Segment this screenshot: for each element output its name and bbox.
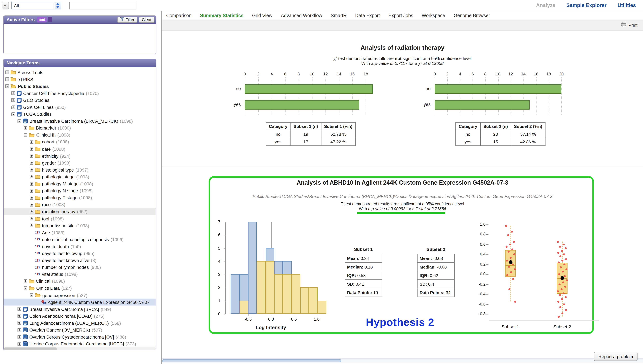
- tree-item-vital-status[interactable]: 123vital status(1098): [4, 271, 156, 278]
- tab-grid-view[interactable]: Grid View: [252, 12, 272, 20]
- tree-item-tcga-studies[interactable]: -TCGA Studies: [4, 111, 156, 118]
- tree-item-uterine-corpus-endometrial-carcinoma-ucec[interactable]: +Uterine Corpus Endometrial Carcinoma [U…: [4, 340, 156, 346]
- tree-expand-icon[interactable]: +: [30, 161, 34, 165]
- tree-expand-icon[interactable]: +: [30, 175, 34, 179]
- tree-item-date-of-initial-pathologic-diagnosis[interactable]: 123date of initial pathologic diagnosis(…: [4, 236, 156, 243]
- tree-item-date[interactable]: +date(1098): [4, 146, 156, 152]
- y-axis-tick-label: 0.4: [471, 252, 486, 256]
- tree-expand-icon[interactable]: +: [30, 224, 34, 228]
- tree-item-tumor-tissue-site[interactable]: +tumor tissue site(1098): [4, 222, 156, 229]
- tree-item-days-to-last-known-alive[interactable]: 123days to last known alive(3): [4, 257, 156, 264]
- tab-comparison[interactable]: Comparison: [166, 12, 192, 20]
- nav-sample-explorer[interactable]: Sample Explorer: [566, 2, 606, 8]
- tree-horizontal-scrollbar[interactable]: [4, 347, 156, 350]
- tree-collapse-icon[interactable]: -: [18, 119, 21, 123]
- tree-item-clinical[interactable]: +Clinical(1098): [4, 278, 156, 285]
- tree-item-ethnicity[interactable]: +ethnicity(924): [4, 152, 156, 159]
- tree-item-agilent-244k-custom-gene-expression-g4502a-07[interactable]: Agilent 244K Custom Gene Expression G450…: [4, 299, 156, 306]
- tree-item-race[interactable]: +race(1003): [4, 201, 156, 208]
- tree-collapse-icon[interactable]: -: [24, 133, 28, 137]
- clear-button[interactable]: Clear: [139, 17, 154, 23]
- nav-analyze[interactable]: Analyze: [536, 2, 555, 8]
- tab-data-export[interactable]: Data Export: [355, 12, 380, 20]
- tree-item-tool[interactable]: +tool(1098): [4, 215, 156, 222]
- tree-item-breast-invasive-carcinoma-brca-merck[interactable]: -Breast Invasive Carcinoma (BRCA_MERCK)(…: [4, 118, 156, 125]
- tree-item-gender[interactable]: +gender(1098): [4, 159, 156, 166]
- tree-item-public-studies[interactable]: -Public Studies: [4, 83, 156, 90]
- tree-item-pathology-n-stage[interactable]: +pathology N stage(1098): [4, 187, 156, 194]
- tree-expand-icon[interactable]: +: [6, 78, 9, 81]
- tree-item-pathology-m-stage[interactable]: +pathology M stage(1098): [4, 180, 156, 187]
- filter-operator-menu-icon[interactable]: [48, 17, 52, 22]
- tree-item-number-of-lymph-nodes[interactable]: 123number of lymph nodes(930): [4, 264, 156, 271]
- tree-expand-icon[interactable]: +: [18, 335, 21, 339]
- tree-item-cancer-cell-line-encyclopedia[interactable]: +Cancer Cell Line Encyclopedia(1070): [4, 90, 156, 97]
- tree-collapse-icon[interactable]: -: [24, 286, 28, 290]
- tree-expand-icon[interactable]: +: [24, 126, 28, 130]
- tree-item-ovarian-cancer-ov-merck[interactable]: +Ovarian Cancer (OV_MERCK)(597): [4, 326, 156, 334]
- tab-genome-browser[interactable]: Genome Browser: [454, 12, 490, 20]
- tab-export-jobs[interactable]: Export Jobs: [388, 12, 413, 20]
- tree-item-breast-invasive-carcinoma-brca[interactable]: +Breast Invasive Carcinoma [BRCA](849): [4, 306, 156, 312]
- tree-expand-icon[interactable]: +: [30, 154, 34, 158]
- tree-item-geo-studies[interactable]: +GEO Studies: [4, 96, 156, 104]
- tree-item-gsk-cell-lines[interactable]: +GSK Cell Lines(950): [4, 104, 156, 111]
- tree-expand-icon[interactable]: +: [18, 321, 21, 325]
- tree-expand-icon[interactable]: +: [12, 92, 15, 95]
- tree-collapse-icon[interactable]: -: [12, 112, 15, 116]
- tree-item-pathology-t-stage[interactable]: +pathology T stage(1098): [4, 194, 156, 201]
- tree-expand-icon[interactable]: +: [30, 168, 34, 172]
- tree-item-ovarian-serous-cystadenocarcinoma-ov[interactable]: +Ovarian Serous Cystadenocarcinoma [OV](…: [4, 333, 156, 340]
- tree-expand-icon[interactable]: +: [30, 140, 34, 144]
- tree-item-days-to-death[interactable]: 123days to death(150): [4, 243, 156, 250]
- tree-item-etriks[interactable]: +eTRIKS: [4, 76, 156, 83]
- tree-expand-icon[interactable]: +: [30, 182, 34, 186]
- tree-item-clinical-fh[interactable]: -Clinical fh(1098): [4, 132, 156, 138]
- tree-item-histological-type[interactable]: +histological type(1097): [4, 166, 156, 173]
- tree-item-pathologic-stage[interactable]: +pathologic stage(1093): [4, 173, 156, 180]
- tree-expand-icon[interactable]: +: [30, 203, 34, 206]
- tab-summary-statistics[interactable]: Summary Statistics: [200, 12, 244, 20]
- tree-scrollbar-thumb[interactable]: [4, 348, 57, 350]
- tree-expand-icon[interactable]: +: [30, 189, 34, 192]
- tree-collapse-icon[interactable]: -: [6, 84, 9, 88]
- tree-item-colon-adenocarcinoma-coad[interactable]: +Colon Adenocarcinoma [COAD](276): [4, 312, 156, 320]
- tree-item-radiation-therapy[interactable]: +radiation therapy(962): [4, 208, 156, 215]
- search-input[interactable]: [69, 2, 136, 10]
- tree-item-across-trials[interactable]: +Across Trials: [4, 69, 156, 76]
- tree-expand-icon[interactable]: +: [18, 307, 21, 311]
- tree-expand-icon[interactable]: +: [30, 196, 34, 200]
- tree-item-gene-expression[interactable]: -gene expression(527): [4, 292, 156, 299]
- tab-smartr[interactable]: SmartR: [331, 12, 346, 20]
- main-scrollbar-thumb[interactable]: [162, 359, 342, 362]
- tree-expand-icon[interactable]: +: [6, 70, 9, 74]
- tree-expand-icon[interactable]: +: [18, 314, 21, 318]
- scope-dropdown[interactable]: All: [12, 2, 61, 10]
- tree-expand-icon[interactable]: +: [18, 328, 21, 332]
- tree-expand-icon[interactable]: +: [30, 147, 34, 151]
- subset1-frequency-table: CategorySubset 1 (n)Subset 1 (%n)no1952.…: [266, 122, 356, 146]
- tree-item-cohort[interactable]: +cohort(1098): [4, 138, 156, 146]
- tree-expand-icon[interactable]: +: [12, 105, 15, 109]
- tree-expand-icon[interactable]: +: [12, 98, 15, 102]
- tree-item-biomarker[interactable]: +Biomarker(1090): [4, 124, 156, 132]
- dropdown-spinner-icon[interactable]: [54, 2, 61, 9]
- sidebar-collapse-button[interactable]: «: [2, 2, 9, 10]
- tree-expand-icon[interactable]: +: [18, 342, 21, 346]
- report-problem-button[interactable]: Report a problem: [594, 352, 638, 361]
- tree-collapse-icon[interactable]: -: [30, 293, 34, 297]
- tree-expand-icon[interactable]: +: [24, 280, 28, 283]
- tree-item-days-to-last-followup[interactable]: 123days to last followup(995): [4, 250, 156, 257]
- tree-expand-icon[interactable]: +: [30, 210, 34, 214]
- nav-utilities[interactable]: Utilities: [618, 2, 636, 8]
- print-button[interactable]: Print: [621, 22, 638, 28]
- tree-item-omics-data[interactable]: -Omics Data(527): [4, 285, 156, 292]
- tab-workspace[interactable]: Workspace: [422, 12, 445, 20]
- tab-advanced-workflow[interactable]: Advanced Workflow: [281, 12, 322, 20]
- filter-button[interactable]: Filter: [117, 17, 137, 23]
- filter-operator-badge[interactable]: and: [37, 17, 47, 22]
- tree-item-age[interactable]: 123Age(1083): [4, 229, 156, 236]
- tree-item-lung-adenocarcinoma-luad-merck[interactable]: +Lung Adenocarcinoma (LUAD_MERCK)(568): [4, 320, 156, 326]
- main-horizontal-scrollbar[interactable]: [162, 358, 643, 362]
- tree-expand-icon[interactable]: +: [30, 217, 34, 220]
